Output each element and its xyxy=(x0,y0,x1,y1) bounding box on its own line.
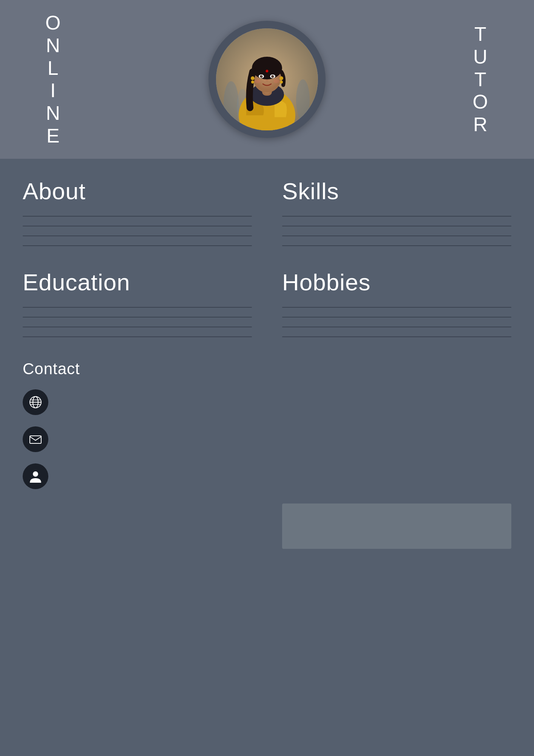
education-line-3 xyxy=(23,327,252,327)
education-section: Education xyxy=(23,269,252,337)
contact-title: Contact xyxy=(23,360,252,378)
svg-point-15 xyxy=(273,76,273,76)
right-column: Skills Hobbies xyxy=(282,178,511,549)
svg-point-9 xyxy=(266,70,269,73)
skills-section: Skills xyxy=(282,178,511,246)
email-icon xyxy=(28,432,43,446)
hobbies-line-3 xyxy=(282,327,511,327)
skills-line-2 xyxy=(282,226,511,226)
education-line-2 xyxy=(23,317,252,318)
about-line-4 xyxy=(23,245,252,246)
about-lines xyxy=(23,216,252,246)
svg-rect-28 xyxy=(30,436,41,443)
hobbies-lines xyxy=(282,307,511,337)
education-line-1 xyxy=(23,307,252,308)
skills-line-1 xyxy=(282,216,511,217)
svg-point-22 xyxy=(273,79,279,83)
svg-point-21 xyxy=(255,79,261,83)
svg-point-12 xyxy=(261,76,262,76)
globe-icon xyxy=(28,395,43,409)
svg-point-1 xyxy=(224,81,239,127)
education-lines xyxy=(23,307,252,337)
svg-point-2 xyxy=(296,79,310,121)
about-line-3 xyxy=(23,235,252,236)
hobbies-line-1 xyxy=(282,307,511,308)
profile-circle xyxy=(208,21,326,138)
svg-point-11 xyxy=(260,75,263,78)
hobbies-section: Hobbies xyxy=(282,269,511,337)
hobbies-line-4 xyxy=(282,336,511,337)
about-title: About xyxy=(23,178,252,204)
contact-icons-list xyxy=(23,389,252,489)
contact-globe-item xyxy=(23,389,252,415)
about-line-1 xyxy=(23,216,252,217)
hobbies-line-2 xyxy=(282,317,511,318)
contact-section: Contact xyxy=(23,360,252,489)
skills-line-3 xyxy=(282,235,511,236)
email-icon-circle xyxy=(23,426,48,452)
hobbies-title: Hobbies xyxy=(282,269,511,296)
about-line-2 xyxy=(23,226,252,226)
about-section: About xyxy=(23,178,252,246)
person-icon-circle xyxy=(23,463,48,489)
svg-point-18 xyxy=(251,81,254,84)
education-title: Education xyxy=(23,269,252,296)
globe-icon-circle xyxy=(23,389,48,415)
svg-point-14 xyxy=(272,75,274,78)
header-section: O N L I N E xyxy=(0,0,534,159)
svg-point-8 xyxy=(252,57,282,79)
svg-point-16 xyxy=(265,79,269,82)
left-column: About Education xyxy=(23,178,252,549)
person-icon xyxy=(28,469,43,483)
contact-email-item xyxy=(23,426,252,452)
main-content: About Education xyxy=(0,159,534,756)
skills-line-4 xyxy=(282,245,511,246)
skills-title: Skills xyxy=(282,178,511,204)
bottom-right-placeholder xyxy=(282,503,511,549)
education-line-4 xyxy=(23,336,252,337)
svg-point-20 xyxy=(280,81,283,84)
tutor-text: T U T O R xyxy=(473,23,489,136)
contact-person-item xyxy=(23,463,252,489)
skills-lines xyxy=(282,216,511,246)
profile-image xyxy=(216,28,318,130)
svg-point-19 xyxy=(279,76,283,80)
online-text: O N L I N E xyxy=(45,12,61,147)
svg-point-29 xyxy=(33,471,38,477)
svg-point-17 xyxy=(251,76,255,80)
